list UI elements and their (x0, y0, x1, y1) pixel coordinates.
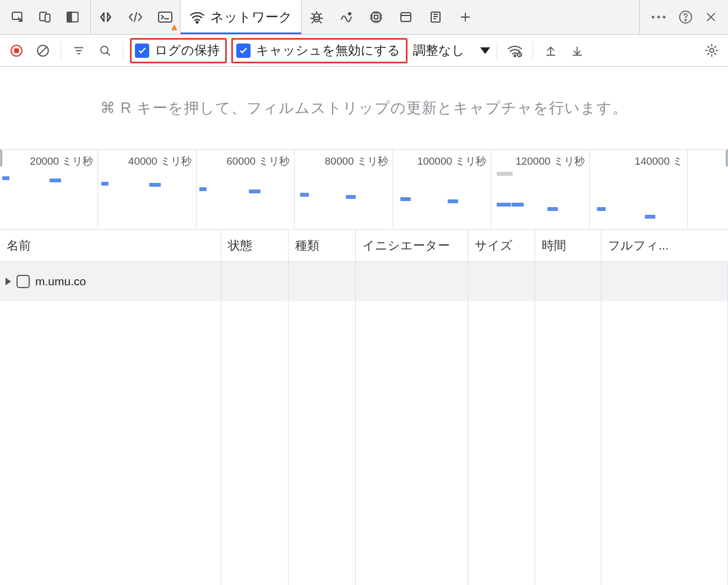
col-time[interactable]: 時間 (535, 230, 601, 261)
requests-table: 名前 状態 種類 イニシエーター サイズ 時間 フルフィ... m.umu.co (0, 230, 728, 585)
svg-rect-11 (401, 13, 411, 21)
tab-console[interactable] (150, 0, 180, 34)
col-type[interactable]: 種類 (289, 230, 356, 261)
overview-column: 20000 ミリ秒 (0, 150, 98, 229)
svg-point-15 (663, 16, 666, 19)
overview-tick-label: 120000 ミリ秒 (515, 154, 585, 169)
svg-point-7 (314, 14, 320, 22)
checkbox-checked-icon (135, 44, 149, 58)
svg-point-8 (349, 13, 351, 15)
network-toolbar: ログの保持 キャッシュを無効にする 調整なし (0, 35, 728, 67)
tab-elements[interactable] (91, 0, 121, 34)
table-empty-area (0, 301, 728, 585)
col-status[interactable]: 状態 (221, 230, 289, 261)
docking-controls (0, 0, 91, 34)
col-fulfilled[interactable]: フルフィ... (601, 230, 728, 261)
tab-sources[interactable] (121, 0, 150, 34)
more-icon[interactable] (651, 15, 666, 19)
overview-tick-label: 140000 ミ (635, 154, 683, 169)
checkbox-checked-icon (236, 44, 251, 58)
tab-application[interactable] (391, 0, 421, 34)
tabstrip-right-controls (639, 0, 728, 34)
overview-column: 60000 ミリ秒 (197, 150, 295, 229)
overview-bar (300, 193, 309, 197)
svg-point-13 (652, 16, 655, 19)
table-row[interactable]: m.umu.co (0, 262, 728, 301)
svg-point-17 (685, 19, 686, 20)
preserve-log-label: ログの保持 (155, 42, 220, 59)
export-har-button[interactable] (566, 40, 588, 62)
document-icon (17, 275, 30, 288)
close-devtools-icon[interactable] (705, 11, 717, 23)
overview-column: 140000 ミ (590, 150, 688, 229)
overview-bar (645, 215, 655, 219)
record-button[interactable] (6, 40, 28, 62)
tab-debugger[interactable] (302, 0, 332, 34)
svg-rect-5 (159, 12, 172, 22)
network-conditions-button[interactable] (504, 40, 526, 62)
disable-cache-checkbox[interactable]: キャッシュを無効にする (231, 38, 408, 63)
svg-rect-4 (67, 12, 72, 21)
dock-side-icon[interactable] (61, 10, 85, 24)
overview-tick-label: 60000 ミリ秒 (226, 154, 290, 169)
overview-tick-label: 40000 ミリ秒 (128, 154, 192, 169)
request-name: m.umu.co (35, 275, 86, 288)
overview-bar (50, 178, 61, 182)
overview-tick-label: 100000 ミリ秒 (417, 154, 487, 169)
svg-point-14 (658, 16, 660, 19)
overview-column: 80000 ミリ秒 (295, 150, 393, 229)
overview-bar (597, 207, 606, 211)
tab-network-label: ネットワーク (210, 8, 292, 26)
devtools-tabstrip: ネットワーク (0, 0, 728, 35)
tab-performance[interactable] (332, 0, 361, 34)
overview-bar (512, 203, 523, 207)
search-button[interactable] (94, 40, 116, 62)
overview-tick-label: 20000 ミリ秒 (30, 154, 93, 169)
svg-rect-10 (374, 15, 378, 19)
col-initiator[interactable]: イニシエーター (356, 230, 468, 261)
help-icon[interactable] (678, 10, 693, 24)
overview-bar (448, 199, 458, 203)
overview-bar (149, 183, 161, 187)
overview-bar (199, 187, 207, 191)
svg-rect-2 (45, 14, 50, 22)
preserve-log-checkbox[interactable]: ログの保持 (130, 38, 227, 63)
filmstrip-hint: ⌘ R キーを押して、フィルムストリップの更新とキャプチャを行います。 (0, 67, 728, 149)
settings-button[interactable] (700, 40, 722, 62)
svg-point-6 (196, 21, 198, 23)
import-har-button[interactable] (540, 40, 562, 62)
overview-bar (400, 197, 411, 201)
overview-bar (346, 195, 356, 199)
clear-button[interactable] (32, 40, 54, 62)
device-toggle-icon[interactable] (33, 10, 57, 24)
overview-bar (497, 172, 513, 176)
throttling-select[interactable]: 調整なし (413, 42, 490, 59)
overview-column: 120000 ミリ秒 (491, 150, 589, 229)
svg-rect-19 (14, 48, 19, 53)
tab-security[interactable] (421, 0, 450, 34)
overview-timeline[interactable]: 20000 ミリ秒40000 ミリ秒60000 ミリ秒80000 ミリ秒1000… (0, 149, 728, 230)
wifi-icon (189, 10, 205, 24)
overview-bar (2, 176, 9, 180)
expand-icon[interactable] (6, 278, 11, 285)
svg-rect-9 (372, 13, 380, 21)
overview-bar (497, 203, 511, 207)
tab-memory[interactable] (361, 0, 391, 34)
active-tab-underline (181, 32, 301, 34)
col-size[interactable]: サイズ (468, 230, 535, 261)
svg-point-22 (514, 55, 516, 56)
chevron-down-icon (480, 47, 490, 54)
overview-bar (249, 189, 260, 193)
overview-column: 40000 ミリ秒 (98, 150, 196, 229)
svg-rect-0 (12, 12, 21, 19)
overview-bar (547, 207, 558, 211)
overview-column: 100000 ミリ秒 (393, 150, 491, 229)
svg-point-24 (709, 48, 713, 52)
inspect-icon[interactable] (6, 10, 30, 24)
col-name[interactable]: 名前 (0, 230, 221, 261)
add-tab-button[interactable] (450, 0, 480, 34)
overview-tick-label: 80000 ミリ秒 (325, 154, 388, 169)
filter-button[interactable] (68, 40, 90, 62)
tab-network-active[interactable]: ネットワーク (180, 0, 302, 34)
overview-handle-right[interactable] (726, 150, 728, 166)
